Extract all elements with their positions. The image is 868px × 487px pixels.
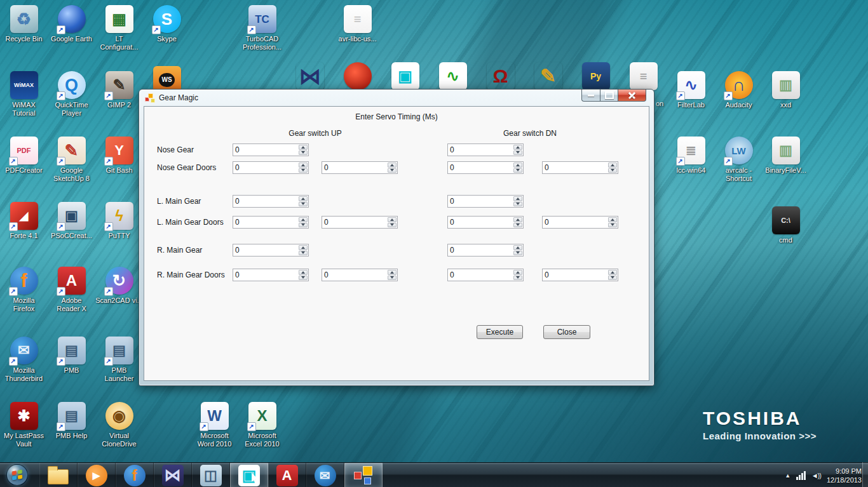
spin-down-button[interactable] [513, 168, 522, 173]
taskbar-control-app-button[interactable]: ◫ [192, 463, 230, 487]
spin-up-button[interactable] [388, 163, 397, 168]
desktop-icon-sketchup[interactable]: ✎↗Google SketchUp 8 [48, 137, 95, 183]
show-hidden-icons-button[interactable]: ▲ [785, 472, 790, 479]
servo-timing-input[interactable]: 0 [322, 216, 398, 229]
spin-down-button[interactable] [388, 223, 397, 228]
spin-down-button[interactable] [299, 223, 308, 228]
spin-up-button[interactable] [608, 163, 617, 168]
desktop-icon-omega-tool[interactable]: Ω [477, 62, 524, 90]
desktop-icon-xxd[interactable]: ▥xxd [762, 71, 810, 109]
desktop-icon-adobe-reader[interactable]: A↗Adobe Reader X [48, 267, 95, 313]
desktop-icon-skype[interactable]: S↗Skype [143, 5, 191, 43]
spin-up-button[interactable] [388, 217, 397, 222]
desktop[interactable]: ♻Recycle Bin↗Google Earth▦LT Configurat.… [0, 0, 868, 487]
desktop-icon-pmb-launcher[interactable]: ▤↗PMB Launcher [95, 337, 143, 383]
spin-down-button[interactable] [299, 251, 308, 256]
taskbar-winforms-app-button[interactable] [344, 463, 383, 487]
desktop-icon-putty[interactable]: ϟ↗PuTTY [95, 202, 143, 240]
taskbar-media-player-button[interactable]: ▶ [78, 463, 116, 487]
spin-up-button[interactable] [388, 270, 397, 275]
taskbar-chip-app-button[interactable]: ▣ [230, 463, 268, 487]
desktop-icon-firefox[interactable]: f↗Mozilla Firefox [0, 267, 48, 313]
taskbar-thunderbird-button[interactable]: ✉ [306, 463, 344, 487]
desktop-icon-lastpass[interactable]: ✱My LastPass Vault [0, 402, 48, 448]
desktop-icon-audacity[interactable]: ∩↗Audacity [715, 71, 763, 109]
spin-up-button[interactable] [513, 196, 522, 201]
desktop-icon-avrcalc[interactable]: LW↗avrcalc - Shortcut [715, 137, 763, 183]
spin-up-button[interactable] [299, 217, 308, 222]
minimize-button[interactable] [581, 90, 600, 102]
desktop-icon-scan2cad[interactable]: ↻↗Scan2CAD vi... [95, 267, 143, 305]
spin-down-button[interactable] [608, 276, 617, 281]
spin-down-button[interactable] [388, 168, 397, 173]
spin-down-button[interactable] [608, 168, 617, 173]
servo-timing-input[interactable]: 0 [447, 195, 524, 208]
execute-button[interactable]: Execute [477, 325, 523, 339]
desktop-icon-excel[interactable]: X↗Microsoft Excel 2010 [238, 402, 286, 448]
spin-up-button[interactable] [299, 245, 308, 250]
taskbar-windows-explorer-button[interactable] [39, 463, 78, 487]
maximize-button[interactable] [600, 90, 618, 102]
spin-down-button[interactable] [513, 202, 522, 207]
servo-timing-input[interactable]: 0 [322, 161, 398, 174]
desktop-icon-quicktime-player[interactable]: Q↗QuickTime Player [48, 71, 95, 117]
spin-up-button[interactable] [513, 217, 522, 222]
spin-up-button[interactable] [299, 196, 308, 201]
desktop-icon-filterlab[interactable]: ∿↗FilterLab [667, 71, 715, 109]
servo-timing-input[interactable]: 0 [542, 161, 618, 174]
taskbar-adobe-reader-button[interactable]: A [268, 463, 306, 487]
servo-timing-input[interactable]: 0 [447, 216, 524, 229]
close-window-button[interactable] [618, 90, 646, 102]
servo-timing-input[interactable]: 0 [233, 143, 309, 156]
taskbar-visual-studio-button[interactable]: ⋈ [154, 463, 192, 487]
servo-timing-input[interactable]: 0 [447, 269, 524, 281]
start-button[interactable] [6, 464, 28, 486]
servo-timing-input[interactable]: 0 [233, 161, 309, 174]
servo-timing-input[interactable]: 0 [447, 143, 524, 156]
desktop-icon-visual-studio-file[interactable]: ⋈ [286, 62, 334, 90]
desktop-icon-pencil-tool[interactable]: ✎ [524, 62, 572, 90]
servo-timing-input[interactable]: 0 [322, 269, 398, 281]
servo-timing-input[interactable]: 0 [447, 161, 524, 174]
titlebar[interactable]: Gear Magic [139, 90, 654, 106]
desktop-icon-python-book[interactable]: Py [572, 62, 620, 90]
clock[interactable]: 9:09 PM 12/18/2013 [827, 467, 862, 484]
desktop-icon-pmb-help[interactable]: ▤↗PMB Help [48, 402, 95, 440]
servo-timing-input[interactable]: 0 [542, 269, 618, 281]
close-button[interactable]: Close [543, 325, 590, 339]
desktop-icon-pdfcreator[interactable]: PDF↗PDFCreator [0, 137, 48, 175]
spin-down-button[interactable] [299, 150, 308, 156]
servo-timing-input[interactable]: 0 [233, 269, 309, 281]
spin-up-button[interactable] [513, 270, 522, 275]
desktop-icon-google-earth[interactable]: ↗Google Earth [48, 5, 95, 43]
desktop-icon-lt-configuration[interactable]: ▦LT Configurat... [95, 5, 143, 51]
desktop-icon-python-docs[interactable]: ≡ [620, 62, 667, 90]
spin-up-button[interactable] [299, 145, 308, 150]
spin-down-button[interactable] [299, 202, 308, 207]
spin-down-button[interactable] [299, 168, 308, 173]
servo-timing-input[interactable]: 0 [233, 195, 309, 208]
desktop-icon-wimax-tutorial[interactable]: WiMAXWiMAX Tutorial [0, 71, 48, 117]
servo-timing-input[interactable]: 0 [542, 216, 618, 229]
spin-down-button[interactable] [513, 276, 522, 281]
desktop-icon-chip-tool[interactable]: ▣ [381, 62, 429, 90]
spin-up-button[interactable] [513, 245, 522, 250]
servo-timing-input[interactable]: 0 [447, 244, 524, 257]
desktop-icon-cmd[interactable]: C:\cmd [762, 206, 810, 244]
spin-down-button[interactable] [388, 276, 397, 281]
desktop-icon-recycle-bin[interactable]: ♻Recycle Bin [0, 5, 48, 43]
spin-up-button[interactable] [299, 270, 308, 275]
spin-down-button[interactable] [299, 276, 308, 281]
desktop-icon-lcc-win64[interactable]: ≣↗lcc-win64 [667, 137, 715, 175]
volume-icon[interactable]: ◄)) [811, 472, 821, 479]
spin-down-button[interactable] [513, 251, 522, 256]
servo-timing-input[interactable]: 0 [233, 216, 309, 229]
desktop-icon-pmb[interactable]: ▤↗PMB [48, 337, 95, 375]
spin-down-button[interactable] [513, 150, 522, 156]
desktop-icon-forte[interactable]: ◢↗Forte 4.1 [0, 202, 48, 240]
servo-timing-input[interactable]: 0 [233, 244, 309, 257]
desktop-icon-word[interactable]: W↗Microsoft Word 2010 [191, 402, 238, 448]
spin-up-button[interactable] [513, 145, 522, 150]
show-desktop-button[interactable] [862, 462, 868, 487]
spin-up-button[interactable] [608, 217, 617, 222]
